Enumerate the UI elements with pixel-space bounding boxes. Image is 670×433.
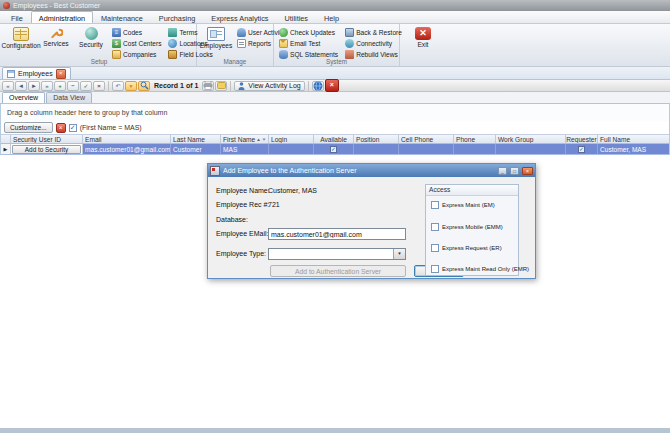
system-group-label: System [274, 58, 399, 65]
check-updates-icon [279, 28, 288, 37]
toolbar-separator [108, 81, 109, 91]
access-groupbox: Access Express Maint (EM) Express Mobile… [425, 184, 519, 276]
add-record-button[interactable]: + [54, 81, 66, 91]
first-record-button[interactable]: « [2, 81, 14, 91]
back-restore-button[interactable]: Back & Restore [343, 27, 404, 37]
header-phone[interactable]: Phone [454, 135, 496, 143]
work-group-cell [496, 144, 566, 154]
check-updates-label: Check Updates [290, 29, 335, 36]
available-checkbox[interactable] [330, 146, 337, 153]
check-updates-button[interactable]: Check Updates [277, 27, 340, 37]
tab-help[interactable]: Help [316, 11, 347, 23]
employee-name-label: Employee Name: [216, 187, 270, 194]
prev-record-button[interactable]: ◄ [15, 81, 27, 91]
employees-label: Employees [200, 42, 233, 49]
customize-filter-button[interactable]: Customize... [4, 122, 53, 133]
help-button[interactable] [312, 81, 324, 91]
header-last-name[interactable]: Last Name [171, 135, 221, 143]
person-icon [238, 82, 245, 90]
header-indicator-cell [1, 135, 11, 143]
employees-document-tab[interactable]: Employees × [2, 67, 71, 79]
tab-maintenance[interactable]: Maintenance [93, 11, 151, 23]
remove-filter-icon[interactable]: × [56, 123, 66, 133]
database-label: Database: [216, 216, 248, 223]
email-test-button[interactable]: Email Test [277, 38, 340, 48]
export-button[interactable] [215, 81, 227, 91]
filter-button[interactable]: ▼ [125, 81, 137, 91]
exit-icon [415, 27, 431, 40]
commit-record-button[interactable]: ✓ [80, 81, 92, 91]
cost-centers-button[interactable]: Cost Centers [110, 38, 163, 48]
header-position[interactable]: Position [354, 135, 399, 143]
express-mobile-checkbox[interactable] [431, 223, 439, 231]
undo-button[interactable]: ↶ [112, 81, 124, 91]
available-cell [314, 144, 354, 154]
configuration-button[interactable]: Configuration [5, 26, 37, 50]
employees-button[interactable]: Employees [200, 26, 232, 50]
header-email[interactable]: Email [83, 135, 171, 143]
tab-administration[interactable]: Administration [31, 11, 93, 23]
requester-checkbox[interactable] [578, 146, 585, 153]
next-record-button[interactable]: ► [28, 81, 40, 91]
close-view-button[interactable]: × [325, 79, 339, 92]
setup-small-column-1: Codes Cost Centers Companies [110, 26, 163, 59]
email-test-label: Email Test [290, 40, 320, 47]
print-button[interactable] [202, 81, 214, 91]
header-available[interactable]: Available [314, 135, 354, 143]
chevron-down-icon[interactable]: ▼ [393, 249, 405, 259]
employees-grid: Drag a column header here to group by th… [0, 104, 670, 155]
view-tab-bar: Overview Data View [0, 92, 670, 104]
access-option-emm[interactable]: Express Mobile (EMM) [431, 223, 503, 231]
add-to-security-button[interactable]: Add to Security [12, 145, 81, 154]
access-option-em[interactable]: Express Maint (EM) [431, 201, 495, 209]
column-filter-icon[interactable]: ▼ [262, 137, 266, 142]
dialog-body: Employee Name: Customer, MAS Employee Re… [208, 177, 535, 278]
tab-overview[interactable]: Overview [2, 92, 45, 103]
connectivity-button[interactable]: Connectivity [343, 38, 404, 48]
tab-utilities[interactable]: Utilities [277, 11, 317, 23]
delete-record-button[interactable]: − [67, 81, 79, 91]
group-by-panel[interactable]: Drag a column header here to group by th… [1, 104, 669, 121]
tab-file[interactable]: File [3, 11, 31, 23]
terms-label: Terms [179, 29, 197, 36]
express-maint-checkbox[interactable] [431, 201, 439, 209]
dialog-close-icon[interactable]: × [522, 167, 533, 175]
tab-express-analytics[interactable]: Express Analytics [203, 11, 276, 23]
email-cell: mas.customer01@gmail.com [83, 144, 171, 154]
header-requester[interactable]: Requester [566, 135, 598, 143]
cancel-edit-button[interactable]: × [93, 81, 105, 91]
system-small-column-2: Back & Restore Connectivity Rebuild View… [343, 26, 404, 59]
header-security-user-id[interactable]: Security User ID [11, 135, 83, 143]
header-first-name[interactable]: First Name ▲ ▼ [221, 135, 269, 143]
header-full-name[interactable]: Full Name [598, 135, 669, 143]
search-button[interactable] [138, 81, 150, 91]
dialog-titlebar[interactable]: Add Employee to the Authentication Serve… [208, 164, 535, 177]
express-maint-read-only-checkbox[interactable] [431, 265, 439, 273]
employee-email-field[interactable] [268, 228, 406, 240]
tab-data-view[interactable]: Data View [46, 92, 92, 103]
employees-icon [207, 27, 225, 41]
header-cell-phone[interactable]: Cell Phone [399, 135, 454, 143]
full-name-cell: Customer, MAS [598, 144, 669, 154]
access-option-emr[interactable]: Express Maint Read Only (EMR) [431, 265, 529, 273]
maximize-icon[interactable]: □ [510, 167, 519, 175]
employee-type-select[interactable]: ▼ [268, 248, 406, 260]
express-request-checkbox[interactable] [431, 244, 439, 252]
exit-button[interactable]: Exit [407, 26, 439, 49]
tab-purchasing[interactable]: Purchasing [151, 11, 204, 23]
header-work-group[interactable]: Work Group [496, 135, 566, 143]
view-activity-log-button[interactable]: View Activity Log [234, 81, 304, 91]
reports-icon [237, 39, 246, 48]
minimize-icon[interactable]: _ [498, 167, 507, 175]
last-record-button[interactable]: » [41, 81, 53, 91]
services-button[interactable]: Services [40, 26, 72, 48]
filter-enabled-checkbox[interactable] [69, 124, 77, 132]
header-login[interactable]: Login [269, 135, 314, 143]
app-icon [3, 2, 10, 9]
tab-close-icon[interactable]: × [56, 69, 66, 79]
table-row[interactable]: ▶ Add to Security mas.customer01@gmail.c… [1, 144, 669, 155]
services-label: Services [43, 40, 68, 47]
access-option-er[interactable]: Express Request (ER) [431, 244, 502, 252]
codes-button[interactable]: Codes [110, 27, 163, 37]
security-button[interactable]: Security [75, 26, 107, 49]
